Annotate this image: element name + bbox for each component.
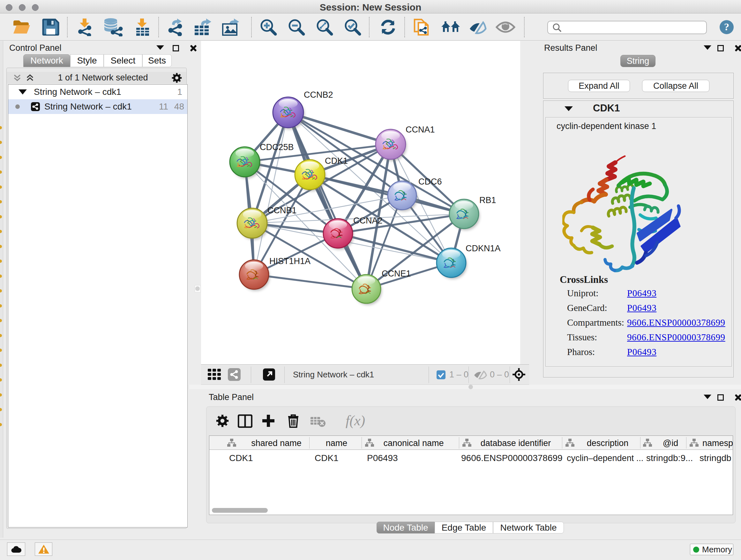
svg-text:CCNB2: CCNB2 xyxy=(304,90,333,100)
svg-text:HIST1H1A: HIST1H1A xyxy=(269,256,311,266)
svg-text:CCNA2: CCNA2 xyxy=(353,216,383,226)
svg-text:RB1: RB1 xyxy=(479,195,496,205)
svg-text:?: ? xyxy=(724,21,729,33)
svg-text:CDC6: CDC6 xyxy=(418,177,442,186)
svg-text:CDK1: CDK1 xyxy=(325,156,348,166)
svg-text:CDC25B: CDC25B xyxy=(260,142,294,152)
svg-text:CCNA1: CCNA1 xyxy=(406,125,435,134)
svg-text:CCNE1: CCNE1 xyxy=(382,269,411,278)
svg-text:CCNB1: CCNB1 xyxy=(267,206,297,215)
svg-text:CDKN1A: CDKN1A xyxy=(466,244,501,253)
